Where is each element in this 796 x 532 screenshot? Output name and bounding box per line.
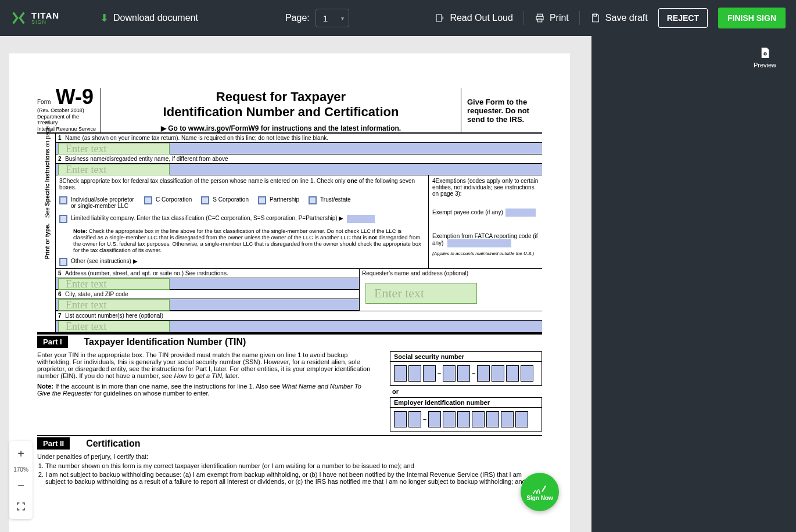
page-value: 1	[323, 13, 328, 23]
address-input[interactable]: Enter text	[58, 278, 170, 290]
ssn-digit[interactable]	[506, 365, 519, 382]
part-1-header: Part I Taxpayer Identification Number (T…	[37, 333, 542, 349]
business-name-input[interactable]: Enter text	[58, 164, 170, 175]
llc-class-input[interactable]	[347, 215, 375, 223]
ein-digit[interactable]	[394, 411, 407, 427]
form-title-line1: Request for Taxpayer	[108, 89, 454, 105]
or-label: or	[392, 388, 542, 395]
save-draft-button[interactable]: Save draft	[590, 13, 648, 23]
ssn-digit[interactable]	[443, 365, 456, 382]
reject-button[interactable]: REJECT	[658, 8, 708, 28]
fatca-code-input[interactable]	[447, 239, 511, 247]
ssn-digit[interactable]	[408, 365, 421, 382]
cb-c-label: C Corporation	[156, 196, 192, 203]
checkbox-partnership[interactable]	[258, 196, 266, 204]
line-4: 4Exemptions (codes apply only to certain…	[429, 175, 542, 268]
exempt-payee-input[interactable]	[505, 209, 536, 217]
form-title-line2: Identification Number and Certification	[108, 105, 454, 120]
ein-digit[interactable]	[515, 411, 528, 427]
part-2-intro: Under penalties of perjury, I certify th…	[37, 453, 542, 460]
checkbox-c-corp[interactable]	[144, 196, 152, 204]
ssn-label: Social security number	[390, 352, 542, 362]
preview-panel: Preview	[734, 36, 796, 532]
city-state-zip-input[interactable]: Enter text	[58, 299, 170, 311]
account-number-input[interactable]: Enter text	[58, 321, 170, 332]
ein-label: Employer identification number	[390, 398, 542, 408]
checkbox-trust[interactable]	[309, 196, 317, 204]
checkbox-individual[interactable]	[59, 196, 67, 204]
ssn-digit[interactable]	[394, 365, 407, 382]
part-1-title: Taxpayer Identification Number (TIN)	[84, 337, 246, 347]
part-1-badge: Part I	[37, 336, 68, 348]
ein-digit[interactable]	[443, 411, 456, 427]
part-2-header: Part II Certification	[37, 435, 542, 451]
zoom-out-button[interactable]: −	[9, 475, 33, 496]
zoom-in-button[interactable]: +	[9, 443, 33, 464]
line-2-row: Enter text	[56, 164, 542, 175]
ein-digit[interactable]	[472, 411, 485, 427]
sign-now-label: Sign Now	[526, 495, 553, 501]
logo: TITAN SIGN	[10, 10, 59, 26]
right-panel	[591, 36, 734, 532]
speaker-icon	[435, 13, 445, 23]
ssn-digit[interactable]	[521, 365, 533, 382]
requester-label: Requester's name and address (optional)	[360, 269, 542, 278]
ein-box: Employer identification number –	[390, 397, 542, 432]
checkbox-s-corp[interactable]	[201, 196, 209, 204]
ein-digit[interactable]	[408, 411, 421, 427]
download-label: Download document	[113, 13, 198, 23]
ein-digit[interactable]	[428, 411, 441, 427]
cb-p-label: Partnership	[270, 196, 299, 203]
preview-icon[interactable]	[760, 46, 770, 59]
form-header: Form W-9 (Rev. October 2018) Department …	[37, 88, 542, 134]
line-5-6-block: 5Address (number, street, and apt. or su…	[56, 269, 542, 311]
sign-now-button[interactable]: Sign Now	[521, 473, 559, 511]
checkbox-llc[interactable]	[59, 215, 67, 223]
preview-label: Preview	[754, 62, 776, 69]
read-aloud-button[interactable]: Read Out Loud	[435, 13, 513, 23]
document-viewport[interactable]: + 170% − Sign Now Form W-9 (Rev. October…	[0, 36, 591, 532]
form-give: Give Form to the requester. Do not send …	[461, 88, 542, 132]
fullscreen-button[interactable]	[9, 496, 33, 517]
page-select[interactable]: 1	[315, 9, 349, 27]
line-7-label: 7List account number(s) here (optional)	[56, 311, 542, 321]
ssn-digit[interactable]	[423, 365, 436, 382]
part-2-title: Certification	[86, 438, 140, 449]
line-3: 3Check appropriate box for federal tax c…	[56, 175, 429, 268]
print-icon	[535, 13, 545, 23]
part-2-item-1: The number shown on this form is my corr…	[45, 462, 542, 469]
line-5-label: 5Address (number, street, and apt. or su…	[56, 269, 359, 278]
side-text-2: See Specific Instructions on page 3.	[44, 102, 51, 236]
cb-s-label: S Corporation	[213, 196, 249, 203]
cb-individual-label: Individual/sole proprietor or single-mem…	[71, 196, 135, 209]
finish-sign-button[interactable]: FINISH SIGN	[718, 8, 786, 28]
line-3-4-row: 3Check appropriate box for federal tax c…	[56, 175, 542, 269]
ein-digit[interactable]	[486, 411, 499, 427]
signature-icon	[532, 483, 547, 496]
part-1-body: Enter your TIN in the appropriate box. T…	[37, 349, 542, 432]
cb-t-label: Trust/estate	[320, 196, 350, 203]
ssn-digit[interactable]	[477, 365, 490, 382]
page-label: Page:	[285, 13, 310, 23]
read-aloud-label: Read Out Loud	[450, 13, 513, 23]
ein-digit[interactable]	[501, 411, 514, 427]
form-code: W-9	[56, 88, 94, 106]
cb-other-label: Other (see instructions) ▶	[71, 258, 138, 264]
ein-digit[interactable]	[457, 411, 470, 427]
form-body: Print or type. See Specific Instructions…	[37, 134, 542, 333]
print-button[interactable]: Print	[535, 13, 569, 23]
save-icon	[590, 13, 601, 23]
ssn-digit[interactable]	[492, 365, 504, 382]
checkbox-other[interactable]	[59, 258, 67, 266]
main-area: + 170% − Sign Now Form W-9 (Rev. October…	[0, 36, 796, 532]
line-2-label: 2Business name/disregarded entity name, …	[56, 154, 542, 164]
download-icon: ⬇	[100, 12, 109, 24]
ssn-digit[interactable]	[457, 365, 470, 382]
line-6-label: 6City, state, and ZIP code	[56, 290, 359, 299]
download-button[interactable]: ⬇ Download document	[94, 8, 204, 28]
part-2-badge: Part II	[37, 437, 70, 450]
line-1-row: Enter text	[56, 143, 542, 154]
name-input[interactable]: Enter text	[58, 143, 170, 154]
requester-input[interactable]: Enter text	[365, 283, 477, 304]
save-draft-label: Save draft	[605, 13, 648, 23]
